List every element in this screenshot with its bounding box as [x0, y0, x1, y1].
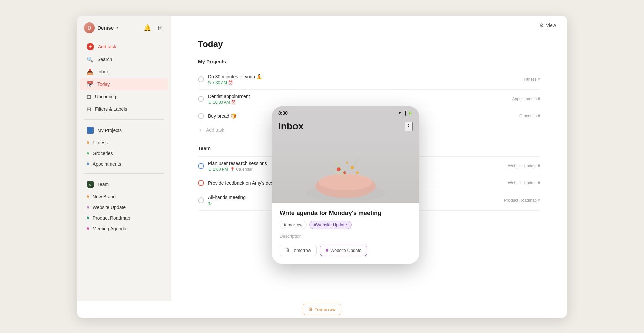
sidebar-item-label: Groceries: [93, 151, 113, 156]
sidebar-item-inbox[interactable]: 📥 Inbox: [80, 66, 168, 78]
svg-point-6: [337, 167, 341, 171]
add-task-icon: +: [87, 43, 94, 50]
task-checkbox[interactable]: [198, 197, 204, 203]
task-text: Dentist appointment: [208, 94, 508, 99]
task-time: ↻ 7:30 AM ⏰: [208, 80, 233, 85]
my-projects-label: My Projects: [97, 128, 122, 133]
tomorrow-button[interactable]: 🗓 Tomorrow: [303, 304, 341, 315]
sidebar-item-product-roadmap[interactable]: # Product Roadmap: [80, 213, 168, 223]
sidebar-item-label: Fitness: [93, 140, 108, 145]
wifi-icon: ▼: [398, 111, 402, 115]
sidebar-item-meeting-agenda[interactable]: # Meeting Agenda: [80, 224, 168, 234]
sidebar-item-website-update[interactable]: # Website Update: [80, 202, 168, 212]
search-icon: 🔍: [87, 56, 93, 63]
team-icon: d: [87, 181, 94, 188]
task-project-label: Fitness #: [524, 77, 540, 82]
phone-action-row: 🗓 Tomorrow Website Update: [280, 245, 411, 256]
add-task-label: Add task: [98, 44, 116, 49]
sidebar-item-label: Filters & Labels: [95, 106, 127, 112]
notification-bell-icon[interactable]: 🔔: [142, 23, 152, 33]
sidebar-item-label: New Brand: [93, 194, 116, 199]
phone-tag-tomorrow: tomorrow: [280, 221, 307, 229]
tomorrow-label: Tomorrow: [315, 307, 336, 312]
phone-description: Description: [280, 234, 411, 239]
phone-card-title: Write agenda for Monday's meeting: [280, 210, 411, 217]
calendar-small-icon: 🗓: [208, 100, 212, 105]
phone-inbox-title: Inbox: [278, 121, 304, 132]
phone-illustration: [272, 136, 419, 203]
phone-status-icons: ▼ ▐ 🔋: [398, 111, 413, 115]
svg-point-2: [319, 174, 372, 190]
sidebar-divider-2: [84, 173, 164, 174]
phone-tomorrow-button[interactable]: 🗓 Tomorrow: [280, 245, 317, 256]
sidebar-item-groceries[interactable]: # Groceries: [80, 148, 168, 158]
inbox-icon: 📥: [87, 69, 93, 75]
alarm-icon: ⏰: [228, 80, 233, 85]
hash-icon: #: [87, 161, 89, 167]
sidebar-header: D Denise ▾ 🔔 ⊞: [77, 22, 171, 40]
calendar-icon: 🗓: [308, 307, 313, 312]
phone-status-bar: 8:30 ▼ ▐ 🔋: [272, 106, 419, 118]
sidebar-item-new-brand[interactable]: # New Brand: [80, 191, 168, 202]
section-title-my-projects: My Projects: [198, 59, 540, 64]
task-project-label: Groceries #: [519, 114, 540, 118]
svg-point-7: [343, 171, 346, 174]
table-row: Dentist appointment 🗓 10:00 AM ⏰ Appoint…: [198, 90, 540, 109]
sidebar-item-label: Website Update: [93, 205, 126, 210]
main-header: ⚙ View: [171, 16, 567, 32]
sidebar-item-appointments[interactable]: # Appointments: [80, 159, 168, 169]
task-checkbox[interactable]: [198, 96, 204, 102]
task-checkbox[interactable]: [198, 76, 204, 82]
phone-tags: tomorrow #Website Update: [280, 221, 411, 229]
sidebar-item-upcoming[interactable]: ⊟ Upcoming: [80, 91, 168, 103]
upcoming-icon: ⊟: [87, 94, 91, 100]
calendar-label: 📍 Calendar: [230, 167, 253, 172]
sidebar-item-search[interactable]: 🔍 Search: [80, 54, 168, 65]
add-task-button[interactable]: + Add task: [80, 40, 171, 53]
sidebar-item-label: Appointments: [93, 161, 121, 167]
location-icon: 📍: [230, 167, 235, 172]
sidebar-team[interactable]: d Team: [80, 178, 168, 191]
task-checkbox[interactable]: [198, 180, 204, 186]
phone-website-update-button[interactable]: Website Update: [320, 245, 367, 256]
phone-time: 8:30: [278, 110, 288, 116]
alarm-icon: ⏰: [231, 100, 236, 105]
repeat-icon: ↻: [208, 201, 212, 206]
phone-tomorrow-label: Tomorrow: [292, 248, 311, 253]
sidebar-my-projects[interactable]: 👤 My Projects: [80, 124, 168, 137]
inbox-illustration: [295, 139, 396, 200]
task-project-label: Website Update #: [508, 181, 540, 185]
team-label: Team: [97, 182, 109, 187]
sidebar-item-fitness[interactable]: # Fitness: [80, 137, 168, 148]
layout-icon[interactable]: ⊞: [156, 23, 164, 33]
sidebar: D Denise ▾ 🔔 ⊞ + Add task 🔍 Search 📥 Inb…: [77, 16, 171, 318]
task-checkbox[interactable]: [198, 113, 204, 119]
task-project-label: Website Update #: [508, 164, 540, 168]
page-title: Today: [198, 39, 540, 49]
svg-point-4: [346, 162, 348, 164]
user-info[interactable]: D Denise ▾: [84, 22, 118, 33]
calendar-icon-small: 🗓: [285, 248, 290, 253]
task-text: Do 30 minutes of yoga 🧘: [208, 74, 520, 79]
sidebar-item-label: Inbox: [97, 69, 109, 74]
battery-icon: 🔋: [408, 111, 413, 115]
view-label: View: [546, 23, 556, 28]
repeat-icon: ↻: [208, 80, 211, 85]
task-time: 🗓 2:00 PM: [208, 167, 228, 172]
add-task-inline-label: Add task: [206, 127, 224, 133]
sidebar-item-today[interactable]: 📅 Today: [80, 78, 168, 90]
calendar-icon: 📅: [87, 81, 93, 88]
hash-icon: #: [87, 226, 89, 231]
task-checkbox[interactable]: [198, 163, 204, 169]
purple-dot-icon: [326, 249, 328, 252]
hash-icon: #: [87, 215, 89, 221]
calendar-small-icon: 🗓: [208, 167, 212, 172]
sidebar-item-label: Search: [97, 57, 112, 62]
phone-overlay: 8:30 ▼ ▐ 🔋 Inbox ⋮: [272, 106, 419, 264]
task-time: 🗓 10:00 AM ⏰: [208, 100, 236, 105]
view-button[interactable]: ⚙ View: [539, 22, 556, 29]
sidebar-item-filters-labels[interactable]: ⊞ Filters & Labels: [80, 103, 168, 115]
hash-icon: #: [87, 205, 89, 210]
phone-more-button[interactable]: ⋮: [405, 122, 413, 131]
avatar: D: [84, 22, 95, 33]
